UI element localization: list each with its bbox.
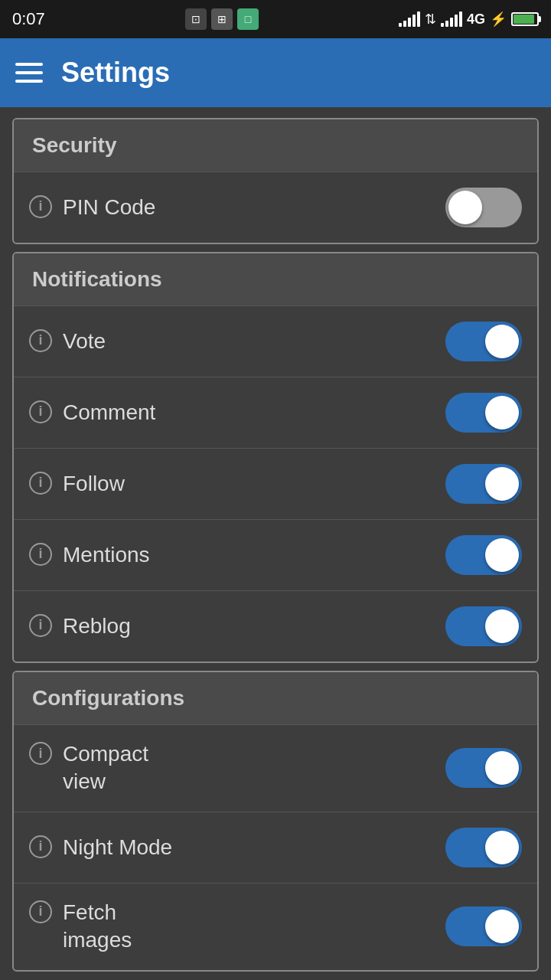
fetch-images-info-icon[interactable]: i (29, 900, 52, 923)
comment-toggle-track[interactable] (445, 393, 522, 433)
notifications-section: Notifications i Vote i Comment (12, 252, 539, 663)
follow-toggle-thumb (485, 467, 519, 501)
hamburger-menu-button[interactable] (15, 63, 43, 83)
compact-view-toggle-thumb (485, 751, 519, 785)
vote-info-icon[interactable]: i (29, 329, 52, 352)
pin-code-row: i PIN Code (14, 172, 537, 243)
fetch-images-toggle-track[interactable] (445, 906, 522, 946)
app-icon-2: ⊞ (211, 8, 233, 30)
night-mode-info-icon[interactable]: i (29, 835, 52, 858)
app-icon-3: □ (237, 8, 259, 30)
configurations-section-header: Configurations (14, 672, 537, 724)
page-title: Settings (61, 57, 170, 89)
reblog-info-icon[interactable]: i (29, 614, 52, 637)
status-time: 0:07 (12, 9, 45, 29)
follow-label: Follow (63, 470, 125, 498)
reblog-row: i Reblog (14, 590, 537, 662)
reblog-toggle-thumb (485, 609, 519, 643)
pin-code-info-icon[interactable]: i (29, 195, 52, 218)
status-right: ⇅ 4G ⚡ (399, 11, 539, 28)
security-section-header: Security (14, 119, 537, 172)
night-mode-label: Night Mode (63, 834, 172, 861)
comment-toggle[interactable] (445, 393, 522, 433)
signal-bars-1 (399, 11, 420, 27)
comment-row: i Comment (14, 377, 537, 448)
compact-view-toggle-track[interactable] (445, 748, 522, 788)
charging-icon: ⚡ (490, 11, 507, 28)
pin-code-toggle[interactable] (445, 188, 522, 227)
comment-label: Comment (63, 399, 155, 426)
app-bar: Settings (0, 38, 551, 107)
security-section: Security i PIN Code (12, 118, 539, 244)
vote-row: i Vote (14, 305, 537, 377)
compact-view-info-icon[interactable]: i (29, 742, 52, 765)
follow-row: i Follow (14, 448, 537, 519)
compact-view-label: Compactview (63, 740, 148, 796)
vote-toggle[interactable] (445, 322, 522, 361)
fetch-images-label: Fetchimages (63, 899, 132, 955)
mentions-toggle-thumb (485, 538, 519, 572)
notifications-section-header: Notifications (14, 253, 537, 305)
battery-icon (511, 12, 539, 26)
reblog-toggle[interactable] (445, 606, 522, 646)
settings-content: Security i PIN Code Notifications i Vote (0, 107, 551, 980)
status-icons: ⊡ ⊞ □ (185, 8, 259, 30)
follow-toggle-track[interactable] (445, 464, 522, 504)
mentions-row: i Mentions (14, 519, 537, 590)
pin-code-left: i PIN Code (29, 194, 445, 221)
app-icon-1: ⊡ (185, 8, 207, 30)
status-bar: 0:07 ⊡ ⊞ □ ⇅ 4G ⚡ (0, 0, 551, 38)
pin-code-toggle-thumb (448, 191, 482, 224)
comment-info-icon[interactable]: i (29, 400, 52, 423)
network-type: 4G (467, 11, 485, 28)
compact-view-toggle[interactable] (445, 748, 522, 788)
night-mode-toggle-thumb (485, 831, 519, 864)
vote-label: Vote (63, 328, 106, 355)
night-mode-toggle[interactable] (445, 828, 522, 867)
mentions-toggle-track[interactable] (445, 535, 522, 575)
pin-code-toggle-track[interactable] (445, 188, 522, 227)
night-mode-toggle-track[interactable] (445, 828, 522, 867)
pin-code-label: PIN Code (63, 194, 155, 221)
signal-bars-2 (441, 11, 462, 27)
mentions-info-icon[interactable]: i (29, 543, 52, 566)
data-transfer-icon: ⇅ (425, 11, 436, 28)
fetch-images-row: i Fetchimages (14, 883, 537, 970)
reblog-label: Reblog (63, 612, 131, 640)
night-mode-row: i Night Mode (14, 812, 537, 883)
comment-toggle-thumb (485, 396, 519, 430)
reblog-toggle-track[interactable] (445, 606, 522, 646)
vote-toggle-track[interactable] (445, 322, 522, 361)
vote-toggle-thumb (485, 325, 519, 358)
mentions-toggle[interactable] (445, 535, 522, 575)
compact-view-row: i Compactview (14, 724, 537, 812)
fetch-images-toggle[interactable] (445, 906, 522, 946)
configurations-section: Configurations i Compactview i Night Mod… (12, 671, 539, 972)
follow-info-icon[interactable]: i (29, 472, 52, 495)
mentions-label: Mentions (63, 541, 150, 569)
follow-toggle[interactable] (445, 464, 522, 504)
fetch-images-toggle-thumb (485, 910, 519, 943)
